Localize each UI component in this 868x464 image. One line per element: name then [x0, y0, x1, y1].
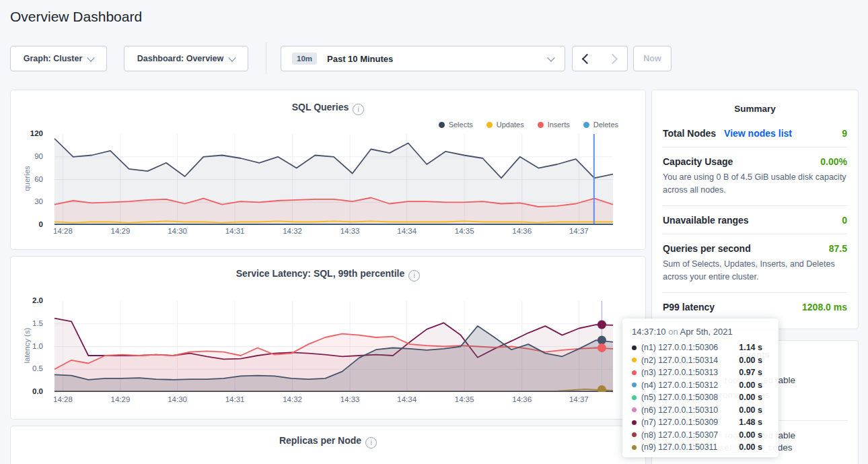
time-prev-button[interactable] [572, 46, 600, 71]
service-latency-chart-card: Service Latency: SQL, 99th percentilei l… [10, 256, 646, 420]
x-tick-label: 14:35 [455, 227, 474, 235]
dashboard-dropdown-label: Dashboard: Overview [137, 54, 224, 63]
summary-value: 1208.0 ms [802, 302, 847, 312]
node-color-dot [632, 407, 637, 412]
summary-panel: Summary Total Nodes View nodes list 9 Ca… [651, 90, 859, 329]
tooltip-node-address: (n3) 127.0.0.1:50313 [641, 368, 718, 377]
node-color-dot [632, 395, 637, 400]
legend-dot [486, 122, 493, 128]
legend-item-updates[interactable]: Updates [486, 121, 524, 129]
tooltip-node-row: (n6) 127.0.0.1:503100.00 s [632, 404, 769, 416]
chevron-down-icon [547, 54, 554, 61]
node-color-dot [632, 358, 637, 362]
summary-row-total-nodes: Total Nodes View nodes list 9 [663, 119, 847, 147]
chevron-left-icon [582, 53, 593, 64]
info-icon[interactable]: i [365, 437, 377, 449]
time-range-dropdown[interactable]: 10m Past 10 Minutes [281, 46, 565, 71]
chevron-down-icon [87, 54, 95, 61]
tooltip-node-row: (n2) 127.0.0.1:503140.00 s [632, 354, 769, 366]
x-tick-label: 14:37 [569, 227, 589, 235]
info-icon[interactable]: i [408, 270, 420, 281]
summary-value: 9 [842, 128, 847, 139]
x-axis-ticks: 14:2814:2914:3014:3114:3214:3314:3414:35… [55, 227, 613, 238]
summary-row-unavailable-ranges: Unavailable ranges 0 [663, 205, 847, 234]
summary-value: 87.5 [829, 243, 847, 254]
tooltip-node-row: (n3) 127.0.0.1:503130.97 s [632, 366, 769, 378]
legend-label: Inserts [548, 121, 570, 129]
y-tick-label: 0.5 [32, 364, 43, 372]
tooltip-node-row: (n7) 127.0.0.1:503091.48 s [632, 416, 769, 428]
tooltip-node-address: (n9) 127.0.0.1:50311 [641, 442, 717, 452]
tooltip-node-address: (n4) 127.0.0.1:50312 [641, 380, 718, 390]
x-tick-label: 14:36 [512, 395, 532, 403]
legend-item-selects[interactable]: Selects [439, 121, 473, 129]
chart-hover-tooltip: 14:37:10 on Apr 5th, 2021 (n1) 127.0.0.1… [622, 319, 779, 457]
y-tick-label: 1.0 [32, 342, 43, 350]
tooltip-node-row: (n8) 127.0.0.1:503070.00 s [632, 429, 769, 441]
x-tick-label: 14:33 [340, 227, 360, 235]
service-latency-plot[interactable] [55, 301, 613, 392]
tooltip-node-address: (n2) 127.0.0.1:50314 [641, 356, 718, 365]
tooltip-node-value: 0.00 s [739, 430, 769, 440]
dashboard-dropdown[interactable]: Dashboard: Overview [124, 46, 248, 71]
node-color-dot [632, 445, 637, 450]
chevron-right-icon [607, 53, 618, 64]
legend-label: Selects [449, 121, 473, 129]
summary-label: Queries per second [663, 243, 751, 254]
tooltip-node-row: (n5) 127.0.0.1:503080.00 s [632, 391, 769, 403]
chart-title: Service Latency: SQL, 99th percentilei [11, 268, 645, 281]
tooltip-node-value: 1.48 s [739, 418, 769, 427]
tooltip-node-row: (n1) 127.0.0.1:503061.14 s [632, 341, 769, 354]
tooltip-node-value: 1.14 s [739, 343, 769, 352]
time-range-label: Past 10 Minutes [327, 54, 393, 64]
summary-row-capacity: Capacity Usage 0.00% You are using 0 B o… [663, 147, 847, 205]
summary-label: P99 latency [663, 302, 715, 312]
sql-queries-plot[interactable] [55, 134, 613, 225]
tooltip-node-value: 0.00 s [739, 380, 769, 390]
x-tick-label: 14:34 [397, 395, 417, 403]
legend-dot [583, 122, 589, 128]
tooltip-node-address: (n5) 127.0.0.1:50308 [641, 393, 718, 402]
y-axis-ticks: 2.01.51.00.50.0 [11, 301, 49, 392]
graph-dropdown[interactable]: Graph: Cluster [10, 46, 107, 71]
now-button-label: Now [643, 54, 661, 63]
tooltip-node-row: (n4) 127.0.0.1:503120.00 s [632, 379, 769, 391]
legend-item-deletes[interactable]: Deletes [583, 121, 618, 129]
tooltip-node-address: (n6) 127.0.0.1:50310 [641, 405, 718, 415]
summary-value: 0 [842, 215, 847, 226]
node-color-dot [632, 345, 637, 350]
replicas-per-node-chart-card: Replicas per Nodei [10, 426, 646, 464]
tooltip-node-value: 0.00 s [739, 405, 769, 415]
x-tick-label: 14:35 [455, 395, 474, 403]
info-icon[interactable]: i [353, 104, 364, 115]
view-nodes-list-link[interactable]: View nodes list [724, 128, 792, 139]
legend-item-inserts[interactable]: Inserts [538, 121, 570, 129]
now-button[interactable]: Now [633, 46, 672, 71]
summary-description: Sum of Selects, Updates, Inserts, and De… [663, 258, 847, 284]
summary-label: Unavailable ranges [663, 215, 749, 226]
tooltip-node-value: 0.97 s [739, 368, 769, 377]
x-tick-label: 14:37 [569, 395, 589, 403]
node-color-dot [632, 383, 637, 387]
tooltip-node-value: 0.00 s [739, 356, 769, 365]
tooltip-node-value: 0.00 s [739, 393, 769, 402]
node-color-dot [632, 432, 637, 437]
summary-row-p99: P99 latency 1208.0 ms [663, 292, 847, 321]
y-axis-ticks: 1209060300 [11, 134, 49, 225]
summary-row-qps: Queries per second 87.5 Sum of Selects, … [663, 234, 847, 292]
legend-dot [439, 122, 445, 128]
chart-legend: SelectsUpdatesInsertsDeletes [439, 121, 618, 129]
x-tick-label: 14:29 [111, 395, 131, 403]
summary-label: Capacity Usage [663, 156, 733, 167]
tooltip-node-value: 0.00 s [739, 442, 769, 452]
y-tick-label: 60 [34, 175, 43, 183]
tooltip-node-row: (n9) 127.0.0.1:503110.00 s [632, 441, 769, 453]
y-tick-label: 120 [30, 129, 43, 137]
summary-value: 0.00% [820, 156, 847, 167]
legend-dot [538, 122, 544, 128]
x-tick-label: 14:32 [283, 227, 302, 235]
time-next-button[interactable] [600, 46, 628, 71]
node-color-dot [632, 370, 637, 375]
tooltip-node-address: (n1) 127.0.0.1:50306 [641, 343, 718, 352]
summary-title: Summary [652, 90, 858, 114]
